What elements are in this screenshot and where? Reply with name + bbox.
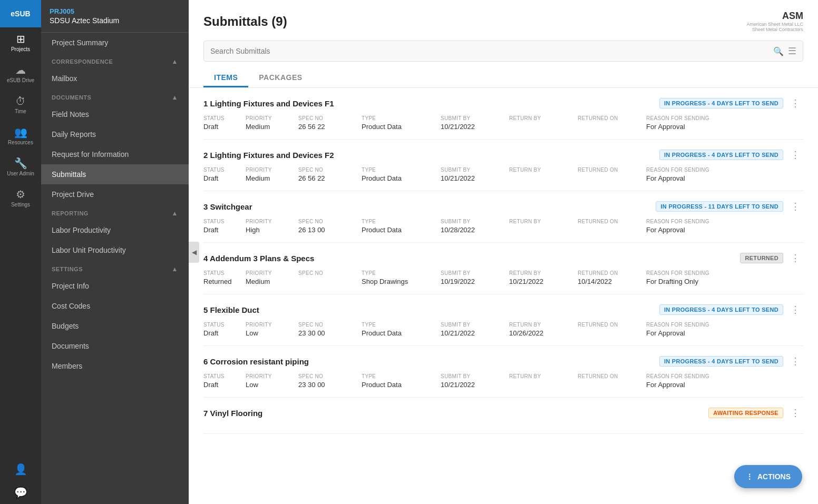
sidebar-item-members[interactable]: Members	[41, 356, 189, 376]
main-header: Submittals (9) ASM American Sheet Metal …	[189, 0, 818, 88]
type-meta: TYPE Shop Drawings	[362, 270, 441, 285]
type-meta: TYPE Product Data	[362, 373, 441, 389]
more-options-button[interactable]: ⋮	[787, 406, 803, 420]
status-meta: STATUS Draft	[203, 115, 246, 131]
sidebar-item-rfi[interactable]: Request for Information	[41, 144, 189, 164]
tab-items[interactable]: ITEMS	[203, 69, 248, 87]
search-input[interactable]	[210, 47, 769, 55]
nav-resources[interactable]: 👥 Resources	[0, 121, 41, 152]
status-badge: IN PROGRESS - 4 DAYS LEFT TO SEND	[659, 304, 783, 315]
submittal-title: 6 Corrosion resistant piping	[203, 357, 309, 366]
status-badge: IN PROGRESS - 11 DAYS LEFT TO SEND	[656, 201, 783, 212]
sidebar-item-project-summary[interactable]: Project Summary	[41, 33, 189, 53]
sidebar-item-mailbox[interactable]: Mailbox	[41, 68, 189, 88]
status-meta: STATUS Draft	[203, 373, 246, 389]
sidebar-item-cost-codes[interactable]: Cost Codes	[41, 296, 189, 316]
returned-on-meta: RETURNED ON	[578, 219, 646, 226]
returned-on-meta: RETURNED ON	[578, 167, 646, 174]
sidebar-item-labor-unit-productivity[interactable]: Labor Unit Productivity	[41, 240, 189, 260]
returned-on-meta: RETURNED ON 10/14/2022	[578, 270, 646, 285]
nav-esub-drive[interactable]: ☁ eSUB Drive	[0, 58, 41, 90]
sidebar-section-documents: DOCUMENTS ▲	[41, 88, 189, 104]
nav-projects-label: Projects	[11, 46, 30, 52]
return-by-meta: RETURN BY 10/26/2022	[509, 322, 578, 337]
projects-icon: ⊞	[16, 34, 25, 44]
type-meta: TYPE Product Data	[362, 167, 441, 182]
more-options-button[interactable]: ⋮	[787, 251, 803, 265]
tab-packages[interactable]: PACKAGES	[248, 69, 313, 87]
resources-icon: 👥	[14, 127, 27, 137]
nav-account[interactable]: 👤	[0, 458, 41, 481]
nav-user-admin[interactable]: 🔧 User Admin	[0, 152, 41, 183]
sidebar-item-labor-productivity[interactable]: Labor Productivity	[41, 220, 189, 240]
tabs: ITEMS PACKAGES	[203, 69, 803, 87]
reason-meta: REASON FOR SENDING For Approval	[646, 219, 803, 234]
priority-meta: PRIORITY Low	[246, 322, 298, 337]
app-logo: eSUB	[0, 0, 41, 27]
more-options-button[interactable]: ⋮	[787, 200, 803, 213]
more-options-button[interactable]: ⋮	[787, 148, 803, 162]
sidebar-item-daily-reports[interactable]: Daily Reports	[41, 124, 189, 144]
status-meta: STATUS Draft	[203, 167, 246, 182]
priority-meta: PRIORITY Medium	[246, 167, 298, 182]
sidebar-item-budgets[interactable]: Budgets	[41, 316, 189, 336]
sidebar-item-project-drive[interactable]: Project Drive	[41, 184, 189, 204]
priority-meta: PRIORITY High	[246, 219, 298, 234]
return-by-meta: RETURN BY	[509, 373, 578, 381]
type-meta: TYPE Product Data	[362, 219, 441, 234]
priority-meta: PRIORITY Medium	[246, 270, 298, 285]
reason-meta: REASON FOR SENDING For Approval	[646, 167, 803, 182]
table-row: 3 Switchgear IN PROGRESS - 11 DAYS LEFT …	[203, 191, 803, 243]
spec-no-meta: SPEC NO 26 56 22	[298, 167, 362, 182]
actions-button[interactable]: ⋮ ACTIONS	[734, 465, 802, 488]
nav-projects[interactable]: ⊞ Projects	[0, 27, 41, 58]
settings-icon: ⚙	[16, 189, 25, 200]
chevron-up-icon-3: ▲	[172, 210, 178, 217]
more-options-button[interactable]: ⋮	[787, 303, 803, 317]
priority-meta: PRIORITY Medium	[246, 115, 298, 131]
reason-meta: REASON FOR SENDING For Drafting Only	[646, 270, 803, 285]
sidebar-item-project-info[interactable]: Project Info	[41, 276, 189, 296]
sidebar-item-field-notes[interactable]: Field Notes	[41, 104, 189, 124]
nav-settings-label: Settings	[11, 202, 30, 207]
returned-on-meta: RETURNED ON	[578, 115, 646, 123]
spec-no-meta: SPEC NO 23 30 00	[298, 373, 362, 389]
filter-icon[interactable]: ☰	[788, 45, 796, 57]
search-bar: 🔍 ☰	[203, 41, 803, 62]
search-icon: 🔍	[773, 46, 784, 56]
more-options-button[interactable]: ⋮	[787, 354, 803, 368]
submittal-title: 3 Switchgear	[203, 202, 252, 211]
nav-user-admin-label: User Admin	[7, 171, 34, 176]
table-row: 7 Vinyl Flooring AWAITING RESPONSE ⋮	[203, 398, 803, 434]
submit-by-meta: SUBMIT BY 10/21/2022	[441, 167, 509, 182]
nav-time[interactable]: ⏱ Time	[0, 90, 41, 121]
table-row: 2 Lighting Fixtures and Devices F2 IN PR…	[203, 140, 803, 191]
reason-meta: REASON FOR SENDING For Approval	[646, 115, 803, 131]
user-admin-icon: 🔧	[14, 158, 27, 169]
sidebar-collapse-button[interactable]: ◀	[189, 242, 199, 263]
return-by-meta: RETURN BY	[509, 167, 578, 174]
spec-no-meta: SPEC NO 26 13 00	[298, 219, 362, 234]
reason-meta: REASON FOR SENDING For Approval	[646, 373, 803, 389]
project-id: PRJ005	[50, 7, 180, 15]
nav-chat[interactable]: 💬	[0, 481, 41, 504]
status-badge: AWAITING RESPONSE	[708, 408, 783, 418]
priority-meta: PRIORITY Low	[246, 373, 298, 389]
status-badge: RETURNED	[740, 253, 783, 263]
sidebar-item-documents[interactable]: Documents	[41, 336, 189, 356]
actions-button-label: ACTIONS	[757, 472, 791, 481]
spec-no-meta: SPEC NO 26 56 22	[298, 115, 362, 131]
sidebar-item-submittals[interactable]: Submittals	[41, 164, 189, 184]
nav-settings[interactable]: ⚙ Settings	[0, 183, 41, 214]
spec-no-meta: SPEC NO 23 30 00	[298, 322, 362, 337]
nav-resources-label: Resources	[8, 140, 33, 145]
chat-icon: 💬	[14, 487, 27, 498]
returned-on-meta: RETURNED ON	[578, 373, 646, 381]
submit-by-meta: SUBMIT BY 10/21/2022	[441, 322, 509, 337]
main-content: Submittals (9) ASM American Sheet Metal …	[189, 0, 818, 504]
company-logo-sub1: American Sheet Metal LLC	[746, 22, 803, 27]
sidebar-section-reporting: REPORTING ▲	[41, 204, 189, 220]
more-options-button[interactable]: ⋮	[787, 96, 803, 110]
status-meta: STATUS Returned	[203, 270, 246, 285]
reason-meta: REASON FOR SENDING For Approval	[646, 322, 803, 337]
